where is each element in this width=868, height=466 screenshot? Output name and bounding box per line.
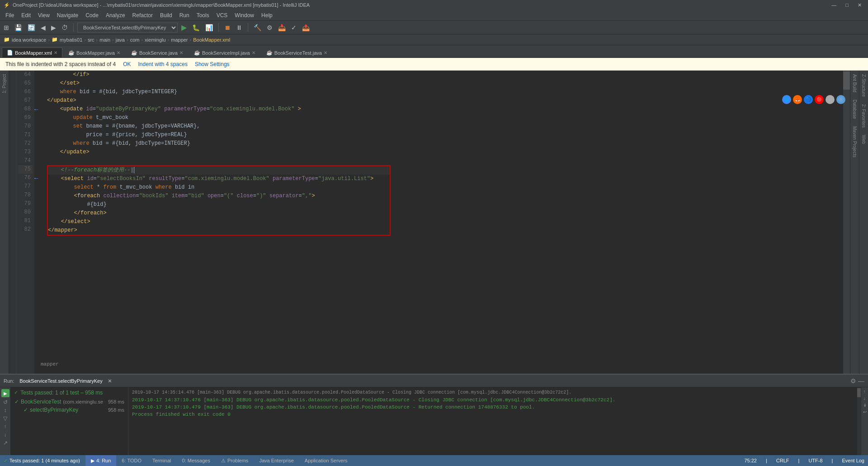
update-project-btn[interactable]: 📥 — [276, 23, 288, 32]
console-scrollbar-thumb[interactable] — [857, 388, 861, 397]
menu-navigate[interactable]: Navigate — [53, 11, 82, 19]
scroll-end-button[interactable]: ↡ — [863, 403, 867, 408]
breadcrumb-file[interactable]: BookMapper.xml — [193, 37, 230, 43]
run-button[interactable]: ▶ — [179, 22, 189, 33]
push-btn[interactable]: 📤 — [300, 23, 311, 32]
menu-tools[interactable]: Tools — [193, 11, 213, 19]
debug-button[interactable]: 🐛 — [190, 23, 202, 32]
breadcrumb-workspace[interactable]: idea workspace — [12, 37, 46, 43]
sidebar-web[interactable]: Web — [860, 131, 867, 147]
tab-close-bookservicetest-java[interactable]: ✕ — [324, 50, 327, 55]
line-ending[interactable]: CRLF — [776, 458, 789, 463]
sidebar-ant-build[interactable]: Ant Build — [851, 71, 858, 96]
menu-refactor[interactable]: Refactor — [129, 11, 156, 19]
run-again-button[interactable]: ▶ — [1, 389, 9, 397]
tab-close-bookservice-java[interactable]: ✕ — [179, 50, 183, 55]
notification-show-settings-button[interactable]: Show Settings — [195, 61, 230, 67]
toolbar-forward-btn[interactable]: ▶ — [49, 23, 58, 32]
menu-file[interactable]: File — [2, 11, 18, 19]
menu-view[interactable]: View — [34, 11, 53, 19]
sort-button[interactable]: ↕ — [4, 407, 7, 414]
tab-close-bookserviceimpl-java[interactable]: ✕ — [252, 50, 255, 55]
status-tab-java-enterprise[interactable]: Java Enterprise — [254, 455, 299, 466]
toolbar-sync-btn[interactable]: 🔄 — [26, 23, 37, 32]
menu-edit[interactable]: Edit — [18, 11, 34, 19]
toolbar-save-btn[interactable]: 💾 — [13, 23, 24, 32]
breadcrumb-com[interactable]: com — [130, 37, 140, 43]
tab-bookmapper-xml[interactable]: 📄 BookMapper.xml ✕ — [2, 48, 62, 57]
edge-icon[interactable]: 🔵 — [804, 95, 813, 104]
run-with-coverage-btn[interactable]: 📊 — [203, 23, 215, 32]
status-tab-messages[interactable]: 0: Messages — [177, 455, 216, 466]
status-tab-todo[interactable]: 6: TODO — [116, 455, 147, 466]
tab-bookmapper-java[interactable]: ☕ BookMapper.java ✕ — [63, 48, 125, 57]
sdk-config-btn[interactable]: ⚙ — [265, 23, 274, 32]
filter-button[interactable]: ▽ — [3, 415, 7, 422]
menu-code[interactable]: Code — [82, 11, 102, 19]
run-tab-close[interactable]: ✕ — [108, 377, 112, 385]
prev-button[interactable]: ↑ — [4, 423, 7, 430]
breadcrumb-xieminglu[interactable]: xieminglu — [145, 37, 165, 43]
breadcrumb-java[interactable]: java — [116, 37, 125, 43]
toolbar-recent-btn[interactable]: ⏱ — [60, 23, 70, 32]
menu-vcs[interactable]: VCS — [213, 11, 231, 19]
menu-help[interactable]: Help — [258, 11, 276, 19]
export-button[interactable]: ↗ — [3, 440, 8, 446]
notification-indent-button[interactable]: Indent with 4 spaces — [138, 61, 187, 67]
toolbar-project-btn[interactable]: ⊞ — [2, 23, 11, 32]
commit-btn[interactable]: ✓ — [289, 23, 298, 32]
breadcrumb-mapper[interactable]: mapper — [171, 37, 188, 43]
tab-bookservice-java[interactable]: ☕ BookService.java ✕ — [126, 48, 188, 57]
toolbar-back-btn[interactable]: ◀ — [39, 23, 47, 32]
pause-button[interactable]: ⏸ — [234, 23, 244, 32]
tab-bookserviceimpl-java[interactable]: ☕ BookServiceImpl.java ✕ — [189, 48, 260, 57]
event-log[interactable]: Event Log — [842, 458, 864, 463]
maximize-button[interactable]: □ — [843, 2, 851, 8]
scroll-down-button[interactable]: ↓ — [863, 396, 866, 401]
sidebar-z-structure[interactable]: Z-Structure — [860, 71, 867, 100]
scrollbar-thumb[interactable] — [843, 71, 850, 90]
title-bar-controls[interactable]: — □ ✕ — [829, 2, 864, 8]
chrome-icon[interactable]: 🌐 — [782, 95, 791, 104]
refresh-icon[interactable]: ↻ — [826, 95, 835, 104]
breadcrumb-src[interactable]: src — [88, 37, 94, 43]
tab-close-bookmapper-xml[interactable]: ✕ — [54, 50, 57, 55]
minimize-button[interactable]: — — [829, 2, 839, 8]
notification-ok-button[interactable]: OK — [123, 61, 131, 67]
menu-run[interactable]: Run — [176, 11, 193, 19]
run-tab-label[interactable]: BookServiceTest.selectByPrimaryKey — [19, 378, 102, 384]
stop-button[interactable]: ⏹ — [222, 23, 232, 32]
rerun-failed-button[interactable]: ↺ — [3, 399, 8, 405]
sidebar-project[interactable]: 1: Project — [1, 71, 8, 97]
sidebar-database[interactable]: Database — [851, 96, 858, 123]
scroll-up-button[interactable]: ↑ — [863, 389, 866, 394]
editor-scrollbar[interactable] — [843, 71, 850, 374]
firefox-icon[interactable]: 🦊 — [793, 95, 802, 104]
run-configuration-select[interactable]: BookServiceTest.selectByPrimaryKey — [77, 23, 178, 33]
encoding[interactable]: UTF-8 — [808, 458, 822, 463]
bottom-minimize-button[interactable]: — — [858, 377, 864, 385]
status-tab-terminal[interactable]: Terminal — [147, 455, 177, 466]
opera-icon[interactable]: 🔴 — [815, 95, 824, 104]
breadcrumb-main[interactable]: main — [99, 37, 110, 43]
menu-build[interactable]: Build — [156, 11, 176, 19]
breadcrumb-mybatis[interactable]: mybatis01 — [60, 37, 82, 43]
status-tab-run[interactable]: ▶ 4: Run — [85, 455, 116, 466]
bottom-settings-button[interactable]: ⚙ — [850, 377, 856, 385]
tab-close-bookmapper-java[interactable]: ✕ — [117, 50, 120, 55]
build-project-btn[interactable]: 🔨 — [252, 23, 263, 32]
ie-icon[interactable]: ⓔ — [836, 95, 845, 104]
status-tab-app-servers[interactable]: Application Servers — [299, 455, 353, 466]
status-tab-problems[interactable]: ⚠ Problems — [216, 455, 254, 466]
menu-analyze[interactable]: Analyze — [102, 11, 129, 19]
menu-window[interactable]: Window — [231, 11, 258, 19]
tab-bookservicetest-java[interactable]: ☕ BookServiceTest.java ✕ — [261, 48, 332, 57]
close-button[interactable]: ✕ — [855, 2, 864, 8]
console-scrollbar[interactable] — [857, 387, 861, 455]
code-editor[interactable]: </if> </set> where bid = #{bid, jdbcType… — [43, 71, 843, 374]
sidebar-favorites[interactable]: 2: Favorites — [860, 100, 867, 131]
sidebar-maven[interactable]: Maven Projects — [851, 123, 858, 161]
next-button[interactable]: ↓ — [4, 432, 7, 438]
test-tree-method[interactable]: ✓ selectByPrimaryKey 958 ms — [11, 406, 128, 414]
wrap-button[interactable]: ↩ — [863, 409, 867, 414]
